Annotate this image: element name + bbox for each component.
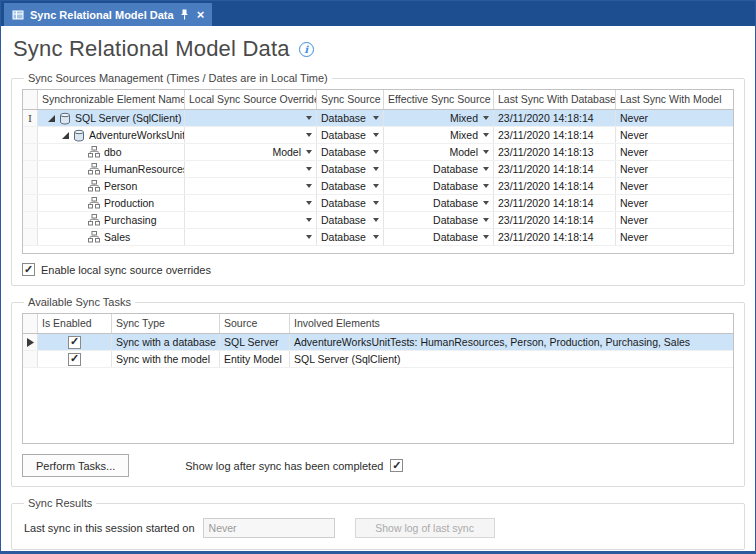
table-row-humanresources[interactable]: HumanResources Database Database 23/11/2…	[23, 161, 733, 178]
element-name-cell: Sales	[38, 229, 185, 245]
header-sync-source[interactable]: Sync Source	[317, 90, 384, 109]
task-enabled-checkbox[interactable]	[68, 336, 81, 349]
table-row-dbo[interactable]: dbo Model Database Model 23/11/2020 14:1…	[23, 144, 733, 161]
last-sync-database-cell: 23/11/2020 14:18:14	[494, 178, 616, 194]
effective-source-dropdown[interactable]: Mixed	[384, 110, 494, 126]
show-log-after-sync-row: Show log after sync has been completed	[185, 459, 403, 472]
close-icon[interactable]: ×	[197, 8, 205, 21]
expander-expanded-icon[interactable]	[46, 114, 57, 123]
enable-overrides-row: Enable local sync source overrides	[22, 263, 734, 276]
effective-source-dropdown[interactable]: Model	[384, 144, 494, 160]
task-row-sync-model[interactable]: Sync with the model Entity Model SQL Ser…	[23, 351, 733, 368]
is-enabled-cell	[38, 351, 112, 367]
header-effective-source[interactable]: Effective Sync Source	[384, 90, 494, 109]
tab-sync-relational-model-data[interactable]: Sync Relational Model Data ×	[4, 3, 212, 26]
expander-expanded-icon[interactable]	[60, 131, 71, 140]
enable-overrides-checkbox[interactable]	[22, 263, 35, 276]
effective-source-dropdown[interactable]: Database	[384, 178, 494, 194]
involved-elements-cell: AdventureWorksUnitTests: HumanResources,…	[290, 334, 733, 350]
chevron-down-icon	[306, 150, 312, 154]
chevron-down-icon	[306, 201, 312, 205]
show-log-after-sync-label: Show log after sync has been completed	[185, 460, 383, 472]
last-sync-model-cell: Never	[616, 178, 733, 194]
header-element-name[interactable]: Synchronizable Element Name	[38, 90, 185, 109]
last-sync-database-cell: 23/11/2020 14:18:13	[494, 144, 616, 160]
perform-tasks-button[interactable]: Perform Tasks...	[22, 454, 129, 477]
element-name-cell: HumanResources	[38, 161, 185, 177]
header-source[interactable]: Source	[220, 314, 290, 333]
override-dropdown[interactable]	[185, 195, 317, 211]
sync-tasks-group: Available Sync Tasks Is Enabled Sync Typ…	[11, 296, 745, 487]
header-sync-type[interactable]: Sync Type	[112, 314, 220, 333]
schema-icon	[88, 231, 100, 243]
sync-source-dropdown[interactable]: Database	[317, 144, 384, 160]
header-is-enabled[interactable]: Is Enabled	[38, 314, 112, 333]
sync-source-dropdown[interactable]: Database	[317, 195, 384, 211]
header-local-override[interactable]: Local Sync Source Override	[185, 90, 317, 109]
row-indicator	[23, 351, 38, 367]
row-indicator	[23, 229, 38, 245]
header-indicator-cell	[23, 90, 38, 109]
element-name-cell: SQL Server (SqlClient)	[38, 110, 185, 126]
enable-overrides-label: Enable local sync source overrides	[41, 264, 211, 276]
schema-icon	[88, 214, 100, 226]
table-row-adventureworks[interactable]: AdventureWorksUnitTests Database Mixed 2…	[23, 127, 733, 144]
schema-icon	[88, 197, 100, 209]
override-dropdown[interactable]	[185, 229, 317, 245]
sync-tasks-grid-header: Is Enabled Sync Type Source Involved Ele…	[23, 314, 733, 334]
sync-source-dropdown[interactable]: Database	[317, 127, 384, 143]
effective-source-dropdown[interactable]: Database	[384, 161, 494, 177]
effective-source-dropdown[interactable]: Database	[384, 229, 494, 245]
effective-source-dropdown[interactable]: Database	[384, 212, 494, 228]
element-name: Purchasing	[104, 214, 157, 226]
show-log-of-last-sync-button: Show log of last sync	[355, 518, 495, 538]
override-dropdown[interactable]	[185, 212, 317, 228]
last-sync-database-cell: 23/11/2020 14:18:14	[494, 229, 616, 245]
schema-icon	[88, 180, 100, 192]
schema-icon	[88, 163, 100, 175]
chevron-down-icon	[373, 116, 379, 120]
chevron-down-icon	[306, 133, 312, 137]
sync-source-dropdown[interactable]: Database	[317, 178, 384, 194]
database-icon	[73, 129, 85, 142]
override-dropdown[interactable]	[185, 161, 317, 177]
override-dropdown[interactable]	[185, 178, 317, 194]
last-sync-database-cell: 23/11/2020 14:18:14	[494, 110, 616, 126]
task-row-sync-database[interactable]: Sync with a database SQL Server Adventur…	[23, 334, 733, 351]
show-log-after-sync-checkbox[interactable]	[390, 459, 403, 472]
schema-icon	[88, 146, 100, 158]
last-sync-input	[203, 518, 335, 538]
override-dropdown[interactable]	[185, 127, 317, 143]
effective-source-dropdown[interactable]: Database	[384, 195, 494, 211]
override-dropdown[interactable]: Model	[185, 144, 317, 160]
sync-sources-grid: Synchronizable Element Name Local Sync S…	[22, 89, 734, 254]
chevron-down-icon	[483, 235, 489, 239]
override-dropdown[interactable]	[185, 110, 317, 126]
row-cursor-icon: I	[28, 113, 32, 124]
element-name: SQL Server (SqlClient)	[75, 112, 181, 124]
task-enabled-checkbox[interactable]	[68, 353, 81, 366]
sync-sources-grid-header: Synchronizable Element Name Local Sync S…	[23, 90, 733, 110]
last-sync-model-cell: Never	[616, 229, 733, 245]
element-name: Sales	[104, 231, 130, 243]
sync-source-dropdown[interactable]: Database	[317, 212, 384, 228]
header-last-sync-database[interactable]: Last Sync With Database	[494, 90, 616, 109]
sync-source-dropdown[interactable]: Database	[317, 110, 384, 126]
table-row-sales[interactable]: Sales Database Database 23/11/2020 14:18…	[23, 229, 733, 246]
tab-title: Sync Relational Model Data	[30, 9, 174, 21]
row-indicator	[23, 178, 38, 194]
row-indicator	[23, 212, 38, 228]
info-icon[interactable]: i	[299, 42, 314, 57]
sync-source-dropdown[interactable]: Database	[317, 161, 384, 177]
table-row-sql-server[interactable]: I SQL Server (SqlClient) Database Mixed …	[23, 110, 733, 127]
header-last-sync-model[interactable]: Last Sync With Model	[616, 90, 733, 109]
table-row-production[interactable]: Production Database Database 23/11/2020 …	[23, 195, 733, 212]
sync-source-dropdown[interactable]: Database	[317, 229, 384, 245]
header-involved-elements[interactable]: Involved Elements	[290, 314, 733, 333]
table-row-person[interactable]: Person Database Database 23/11/2020 14:1…	[23, 178, 733, 195]
sync-results-row: Last sync in this session started on Sho…	[22, 514, 734, 540]
effective-source-dropdown[interactable]: Mixed	[384, 127, 494, 143]
pin-icon[interactable]	[180, 9, 189, 20]
chevron-down-icon	[483, 133, 489, 137]
table-row-purchasing[interactable]: Purchasing Database Database 23/11/2020 …	[23, 212, 733, 229]
